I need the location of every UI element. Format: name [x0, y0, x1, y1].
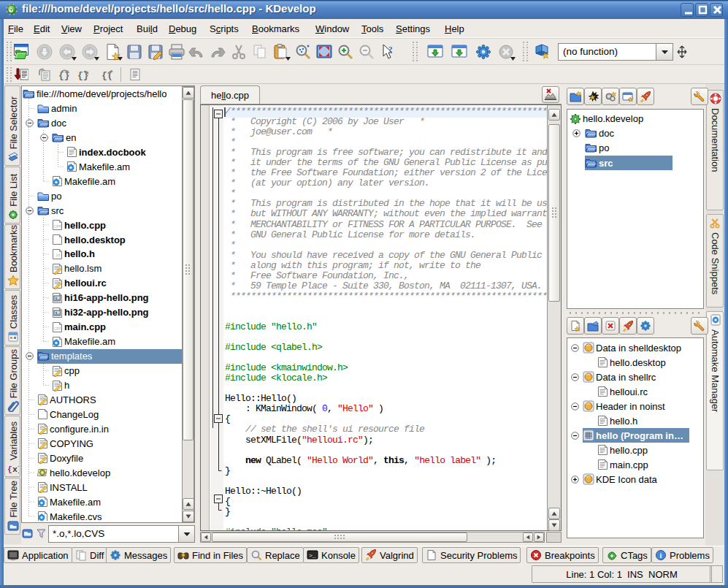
svg-text:?: ?: [388, 45, 393, 53]
svg-text:>_: >_: [309, 552, 316, 559]
svg-text:i: i: [660, 551, 662, 560]
